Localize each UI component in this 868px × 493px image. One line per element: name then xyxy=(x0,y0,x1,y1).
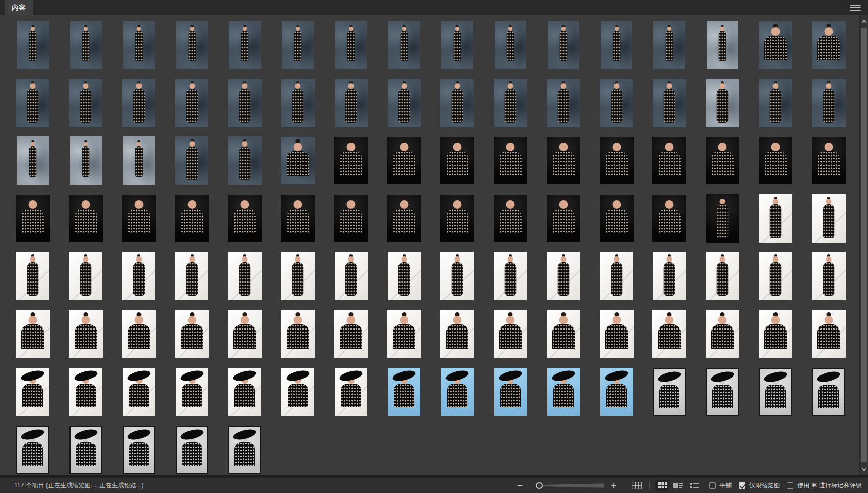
photo-thumbnail[interactable] xyxy=(652,137,686,184)
photo-thumbnail[interactable] xyxy=(494,137,527,184)
hamburger-menu-icon[interactable] xyxy=(850,4,861,12)
thumbnails-only-checkbox[interactable] xyxy=(739,482,745,489)
scrollbar-thumb[interactable] xyxy=(861,28,867,462)
photo-thumbnail[interactable] xyxy=(440,310,474,358)
photo-thumbnail[interactable] xyxy=(69,310,103,358)
photo-thumbnail[interactable] xyxy=(122,252,155,300)
photo-thumbnail[interactable] xyxy=(600,252,633,300)
photo-thumbnail[interactable] xyxy=(334,310,368,358)
photo-thumbnail[interactable] xyxy=(17,136,49,185)
photo-thumbnail[interactable] xyxy=(652,310,686,358)
photo-thumbnail[interactable] xyxy=(653,79,686,127)
slider-handle[interactable] xyxy=(536,482,543,489)
photo-thumbnail[interactable] xyxy=(282,21,314,69)
photo-thumbnail[interactable] xyxy=(281,195,315,242)
photo-thumbnail[interactable] xyxy=(335,21,367,69)
photo-thumbnail[interactable] xyxy=(653,368,686,416)
photo-thumbnail[interactable] xyxy=(175,79,208,127)
photo-thumbnail[interactable] xyxy=(228,195,262,242)
photo-thumbnail[interactable] xyxy=(123,21,155,69)
photo-thumbnail[interactable] xyxy=(228,252,262,300)
photo-thumbnail[interactable] xyxy=(16,252,49,300)
photo-thumbnail[interactable] xyxy=(228,79,262,127)
photo-thumbnail[interactable] xyxy=(388,368,420,416)
photo-thumbnail[interactable] xyxy=(123,426,155,474)
photo-thumbnail[interactable] xyxy=(70,136,102,185)
photo-thumbnail[interactable] xyxy=(70,21,102,69)
scroll-up-button[interactable] xyxy=(860,16,868,27)
photo-thumbnail[interactable] xyxy=(706,79,739,127)
photo-thumbnail[interactable] xyxy=(281,79,315,127)
photo-thumbnail[interactable] xyxy=(706,368,739,416)
thumbnail-view-button[interactable] xyxy=(655,480,669,491)
photo-thumbnail[interactable] xyxy=(281,252,315,300)
photo-thumbnail[interactable] xyxy=(69,252,102,300)
photo-thumbnail[interactable] xyxy=(123,368,155,416)
photo-thumbnail[interactable] xyxy=(229,21,261,69)
photo-thumbnail[interactable] xyxy=(441,368,474,416)
photo-thumbnail[interactable] xyxy=(548,21,579,69)
photo-thumbnail[interactable] xyxy=(441,21,473,69)
photo-thumbnail[interactable] xyxy=(440,252,474,300)
photo-thumbnail[interactable] xyxy=(759,194,792,243)
photo-thumbnail[interactable] xyxy=(547,79,580,127)
tab-content[interactable]: 内容 xyxy=(5,0,33,15)
photo-thumbnail[interactable] xyxy=(600,195,634,242)
thumbnail-size-slider[interactable] xyxy=(528,481,605,490)
photo-thumbnail[interactable] xyxy=(653,21,685,69)
photo-thumbnail[interactable] xyxy=(440,79,474,127)
photo-thumbnail[interactable] xyxy=(495,21,526,69)
photo-thumbnail[interactable] xyxy=(812,252,846,300)
photo-thumbnail[interactable] xyxy=(69,195,103,242)
photo-thumbnail[interactable] xyxy=(388,79,421,127)
photo-thumbnail[interactable] xyxy=(16,426,49,474)
photo-thumbnail[interactable] xyxy=(759,21,792,69)
photo-thumbnail[interactable] xyxy=(706,194,739,243)
photo-thumbnail[interactable] xyxy=(281,137,315,184)
photo-thumbnail[interactable] xyxy=(16,310,50,358)
photo-thumbnail[interactable] xyxy=(122,79,155,127)
zoom-in-button[interactable]: + xyxy=(607,481,619,490)
photo-thumbnail[interactable] xyxy=(706,252,739,300)
grid-lock-view-button[interactable] xyxy=(630,480,644,491)
zoom-out-button[interactable]: − xyxy=(514,481,526,490)
photo-thumbnail[interactable] xyxy=(706,137,739,184)
photo-thumbnail[interactable] xyxy=(176,368,208,416)
photo-thumbnail[interactable] xyxy=(122,195,156,242)
photo-thumbnail[interactable] xyxy=(17,21,49,69)
photo-thumbnail[interactable] xyxy=(812,194,846,243)
photo-thumbnail[interactable] xyxy=(601,21,632,69)
photo-thumbnail[interactable] xyxy=(494,195,527,242)
scroll-down-button[interactable] xyxy=(860,464,868,474)
photo-thumbnail[interactable] xyxy=(812,137,846,184)
photo-thumbnail[interactable] xyxy=(440,195,474,242)
slider-track[interactable] xyxy=(536,483,604,489)
photo-thumbnail[interactable] xyxy=(69,368,102,416)
photo-thumbnail[interactable] xyxy=(812,368,845,416)
photo-thumbnail[interactable] xyxy=(175,195,209,242)
photo-thumbnail[interactable] xyxy=(281,368,314,416)
list-view-button[interactable] xyxy=(687,480,701,491)
photo-thumbnail[interactable] xyxy=(494,79,527,127)
photo-thumbnail[interactable] xyxy=(175,136,208,185)
photo-thumbnail[interactable] xyxy=(812,21,846,69)
photo-thumbnail[interactable] xyxy=(759,79,792,127)
tile-checkbox[interactable] xyxy=(709,482,716,489)
photo-thumbnail[interactable] xyxy=(387,137,421,184)
photo-thumbnail[interactable] xyxy=(494,252,527,300)
photo-thumbnail[interactable] xyxy=(175,310,209,358)
photo-thumbnail[interactable] xyxy=(600,310,634,358)
photo-thumbnail[interactable] xyxy=(494,310,527,358)
photo-thumbnail[interactable] xyxy=(334,137,368,184)
photo-thumbnail[interactable] xyxy=(812,79,846,127)
photo-thumbnail[interactable] xyxy=(69,79,102,127)
photo-thumbnail[interactable] xyxy=(334,195,368,242)
photo-thumbnail[interactable] xyxy=(16,79,49,127)
photo-thumbnail[interactable] xyxy=(652,195,686,242)
photo-thumbnail[interactable] xyxy=(69,426,102,474)
photo-thumbnail[interactable] xyxy=(812,310,846,358)
photo-thumbnail[interactable] xyxy=(759,252,792,300)
photo-thumbnail[interactable] xyxy=(335,368,367,416)
photo-thumbnail[interactable] xyxy=(228,310,262,358)
photo-thumbnail[interactable] xyxy=(547,137,580,184)
